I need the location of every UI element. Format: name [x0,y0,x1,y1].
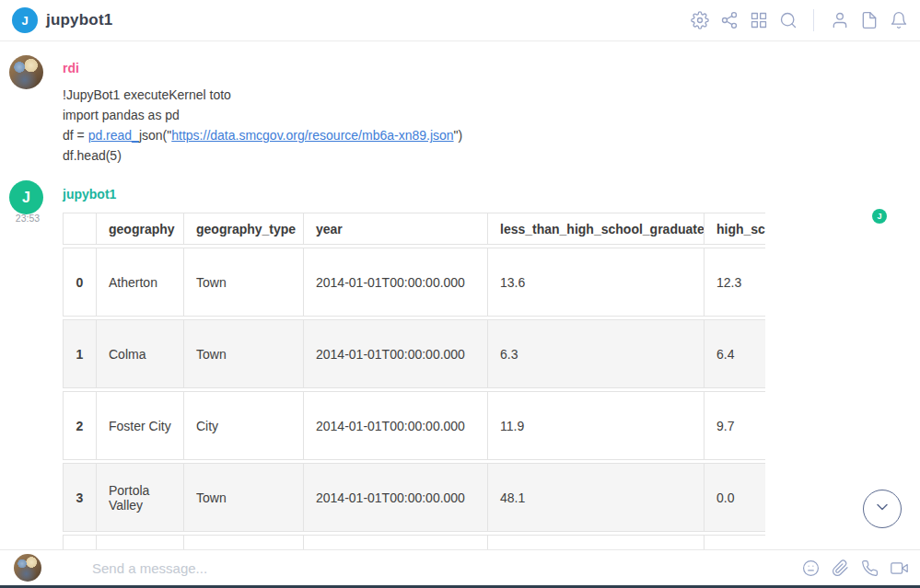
message-rdi: rdi !JupyBot1 executeKernel toto import … [63,61,462,166]
bot-avatar-letter: J [22,190,30,206]
read-receipt-badge: J [872,209,887,224]
chevron-down-icon [873,498,891,520]
emoji-icon[interactable] [801,559,820,577]
read-badge-letter: J [877,212,881,221]
message-timestamp: 23:53 [7,213,48,224]
toolbar-divider [813,9,814,31]
share-icon[interactable] [719,11,739,30]
row-index-cell [63,535,97,549]
table-body: 0AthertonTown2014-01-01T00:00:00.00013.6… [63,248,765,549]
table-cell: 11.9 [488,391,705,460]
channel-avatar-letter: J [21,14,28,28]
table-cell: 9.7 [705,391,765,460]
dataframe-table-container: geographygeography_typeyearless_than_hig… [63,210,765,549]
table-cell: 6.3 [488,319,705,388]
table-cell [184,535,304,549]
table-cell: 2014-01-01T00:00:00.000 [304,248,488,317]
table-cell: 12.3 [705,248,765,317]
url-link[interactable]: https://data.smcgov.org/resource/mb6a-xn… [171,128,453,143]
column-header [63,213,97,245]
message-body: !JupyBot1 executeKernel toto import pand… [63,85,462,166]
table-cell: Town [184,463,304,532]
table-cell: 2014-01-01T00:00:00.000 [304,391,488,460]
column-header: high_sc [705,213,765,245]
composer-user-avatar [14,554,41,582]
row-index-cell: 2 [63,391,97,460]
search-icon[interactable] [778,11,798,30]
jump-to-bottom-button[interactable] [863,490,902,528]
table-cell: 13.6 [488,248,705,317]
table-cell: Colma [97,319,184,388]
row-index-cell: 3 [63,463,97,532]
code-link[interactable]: pd.read_ [88,128,139,143]
message-line: df = pd.read_json("https://data.smcgov.o… [63,125,462,145]
paperclip-icon[interactable] [831,559,849,577]
avatar-rdi[interactable] [9,55,43,89]
phone-icon[interactable] [860,559,879,577]
table-cell: Portola Valley [97,463,184,532]
top-bar-actions [690,9,908,31]
table-row: 1ColmaTown2014-01-01T00:00:00.0006.36.4 [63,319,765,388]
table-header-row: geographygeography_typeyearless_than_hig… [63,213,765,245]
table-cell: 0.0 [705,463,765,532]
column-header: year [304,213,488,245]
channel-title[interactable]: jupybot1 [46,11,112,29]
table-cell: 2014-01-01T00:00:00.000 [304,463,488,532]
table-cell: 48.1 [488,463,705,532]
message-input[interactable] [92,560,801,576]
top-bar: J jupybot1 [0,0,920,41]
document-icon[interactable] [859,11,879,30]
column-header: geography_type [184,213,304,245]
code-text: df = [63,128,88,143]
gear-icon[interactable] [690,11,709,30]
table-row: 3Portola ValleyTown2014-01-01T00:00:00.0… [63,463,765,532]
person-icon[interactable] [830,11,849,30]
table-cell: Foster City [97,391,184,460]
chat-app-window: J jupybot1 [0,0,920,588]
table-cell: City [184,391,304,460]
video-camera-icon[interactable] [890,559,908,577]
username-jupybot1[interactable]: jupybot1 [63,187,116,202]
table-cell [488,535,705,549]
bell-icon[interactable] [889,11,908,30]
table-row [63,535,765,549]
table-row: 0AthertonTown2014-01-01T00:00:00.00013.6… [63,248,765,317]
table-row: 2Foster CityCity2014-01-01T00:00:00.0001… [63,391,765,460]
channel-avatar[interactable]: J [12,7,38,33]
table-cell [304,535,488,549]
table-header: geographygeography_typeyearless_than_hig… [63,213,765,245]
code-text: ") [454,128,463,143]
message-line: df.head(5) [63,145,462,166]
message-line: import pandas as pd [63,105,462,125]
table-cell: Atherton [97,248,184,317]
message-composer [0,549,920,585]
column-header: geography [97,213,184,245]
table-cell: 2014-01-01T00:00:00.000 [304,319,488,388]
avatar-jupybot1[interactable]: J [9,180,43,214]
row-index-cell: 1 [63,319,97,388]
message-line: !JupyBot1 executeKernel toto [63,85,462,105]
code-text: json(" [139,128,171,143]
username-rdi[interactable]: rdi [63,61,462,75]
table-cell: Town [184,319,304,388]
composer-actions [801,559,908,577]
dataframe-table: geographygeography_typeyearless_than_hig… [63,210,765,549]
apps-grid-icon[interactable] [749,11,768,30]
row-index-cell: 0 [63,248,97,317]
column-header: less_than_high_school_graduate [488,213,705,245]
table-cell: 6.4 [705,319,765,388]
table-cell [97,535,184,549]
table-cell: Town [184,248,304,317]
table-cell [705,535,765,549]
